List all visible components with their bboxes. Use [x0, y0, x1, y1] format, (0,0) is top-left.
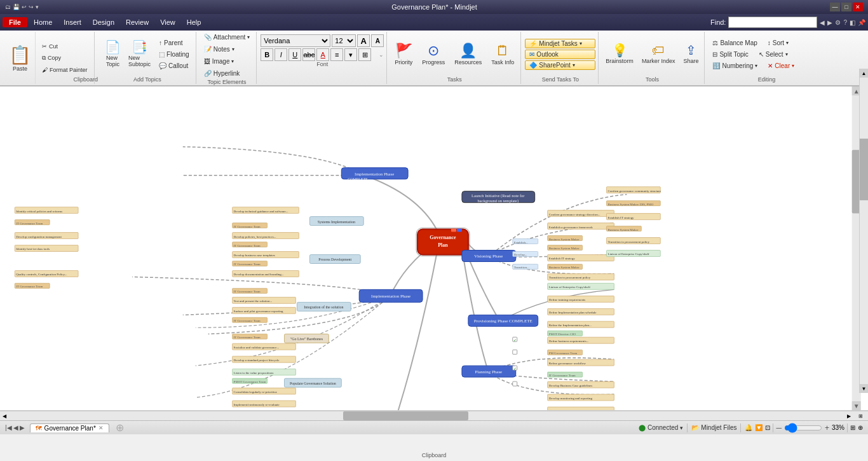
- format-painter-button[interactable]: 🖌Format Painter: [38, 65, 92, 75]
- home-menu[interactable]: Home: [29, 17, 57, 27]
- hscroll-corner[interactable]: ⊞: [853, 413, 868, 419]
- align-button[interactable]: ≡: [330, 48, 343, 61]
- find-icon-left[interactable]: ◀: [820, 19, 825, 26]
- tab-nav-first[interactable]: |◀: [5, 424, 12, 431]
- outlook-button[interactable]: ✉ Outlook: [525, 50, 595, 59]
- tab-close-button[interactable]: ✕: [98, 425, 104, 431]
- new-topic-button[interactable]: 📄 NewTopic: [102, 39, 124, 69]
- minimize-button[interactable]: —: [830, 3, 840, 11]
- add-tab-button[interactable]: ⊕: [116, 422, 124, 434]
- help-menu[interactable]: Help: [182, 17, 207, 27]
- zoom-fit-button[interactable]: ⊞: [850, 424, 855, 431]
- zoom-slider[interactable]: [784, 425, 822, 431]
- hscroll-right-button[interactable]: ▶: [844, 413, 853, 419]
- italic-button[interactable]: I: [275, 48, 287, 61]
- find-help[interactable]: ?: [843, 19, 847, 26]
- sort-button[interactable]: ↕Sort▾: [764, 38, 792, 48]
- quick-access-redo[interactable]: ↪: [29, 4, 34, 10]
- font-color-button[interactable]: A: [316, 48, 329, 61]
- insert-menu[interactable]: Insert: [58, 17, 86, 27]
- tab-governance-plan[interactable]: 🗺 Governance Plan* ✕: [30, 423, 109, 432]
- file-menu[interactable]: File: [3, 17, 27, 27]
- tab-nav-prev[interactable]: ◀: [13, 424, 18, 431]
- underline-button[interactable]: U: [288, 48, 301, 61]
- parent-button[interactable]: ↑Parent: [155, 38, 193, 48]
- resources-button[interactable]: 👤 Resources: [451, 41, 485, 67]
- quick-access-undo[interactable]: ↩: [22, 4, 27, 10]
- callout-button[interactable]: 💬Callout: [155, 60, 193, 71]
- font-shrink-button[interactable]: A: [371, 34, 384, 47]
- find-options[interactable]: ⚙: [835, 19, 841, 26]
- share-button[interactable]: ⇪ Share: [680, 42, 702, 66]
- tab-nav-next[interactable]: ▶: [20, 424, 25, 431]
- design-menu[interactable]: Design: [88, 17, 119, 27]
- floating-button[interactable]: ⬚Floating: [155, 49, 193, 60]
- sharepoint-button[interactable]: 🔷 SharePoint ▾: [525, 60, 595, 70]
- connection-dropdown[interactable]: ▾: [680, 425, 683, 431]
- notes-button[interactable]: 📝Notes▾: [200, 44, 254, 55]
- hscroll-thumb[interactable]: [343, 411, 468, 420]
- balance-map-button[interactable]: ⚖Balance Map: [709, 38, 761, 48]
- priority-button[interactable]: 🚩 Priority: [391, 41, 416, 67]
- brainstorm-button[interactable]: 💡 Brainstorm: [602, 42, 637, 66]
- find-input[interactable]: [728, 17, 817, 28]
- window-controls: — □ ✕: [830, 3, 863, 11]
- zoom-in-button[interactable]: +: [825, 423, 829, 432]
- view-menu[interactable]: View: [155, 17, 180, 27]
- zoom-out-button[interactable]: ─: [776, 423, 782, 432]
- paste-icon: 📋: [9, 45, 31, 65]
- new-subtopic-button[interactable]: 📑 NewSubtopic: [125, 39, 154, 69]
- paste-button[interactable]: 📋 Paste: [5, 32, 36, 84]
- parent-icon: ↑: [159, 39, 162, 46]
- vertical-scrollbar[interactable]: ▲ ▼: [859, 69, 868, 393]
- mindmap-svg: Governance Plan Implementation Phase Pla…: [0, 86, 868, 410]
- svg-text:Test and present the solution.: Test and present the solution...: [234, 299, 273, 303]
- find-icon-right[interactable]: ▶: [827, 19, 832, 26]
- split-topic-button[interactable]: ⊟Split Topic: [709, 49, 752, 60]
- close-button[interactable]: ✕: [853, 3, 863, 11]
- svg-text:Establish a governance framewo: Establish a governance framework: [549, 226, 593, 229]
- window-title: Governance Plan* - Mindjet: [39, 3, 830, 11]
- marker-index-button[interactable]: 🏷 Marker Index: [639, 42, 679, 66]
- select-button[interactable]: ↖Select▾: [755, 49, 792, 60]
- find-resize[interactable]: ◧: [850, 19, 855, 26]
- clear-button[interactable]: ✕Clear▾: [764, 60, 798, 71]
- image-button[interactable]: 🖼Image▾: [200, 56, 254, 67]
- scroll-track[interactable]: [860, 78, 868, 384]
- align-dropdown[interactable]: ▾: [344, 48, 357, 61]
- review-menu[interactable]: Review: [121, 17, 154, 27]
- mindjet-tasks-button[interactable]: ⚡ Mindjet Tasks ▾: [525, 39, 595, 48]
- numbering-icon: 🔢: [712, 62, 720, 69]
- font-label: Font: [261, 61, 384, 69]
- font-expand-icon[interactable]: ⌄: [379, 52, 384, 58]
- canvas-area[interactable]: Governance Plan Implementation Phase Pla…: [0, 86, 868, 411]
- attachment-button[interactable]: 📎Attachment▾: [200, 32, 254, 43]
- font-size-select[interactable]: 12: [332, 34, 356, 47]
- task-info-button[interactable]: 🗒 Task Info: [487, 41, 518, 67]
- cut-button[interactable]: ✂Cut: [38, 41, 92, 52]
- maximize-button[interactable]: □: [841, 3, 851, 11]
- hscroll-left-button[interactable]: ◀: [0, 413, 9, 419]
- scroll-thumb[interactable]: [860, 139, 868, 200]
- quick-access-save[interactable]: 💾: [13, 4, 20, 10]
- bold-button[interactable]: B: [261, 48, 273, 61]
- svg-text:Implementation Phase: Implementation Phase: [355, 172, 394, 177]
- svg-text:Establish IT strategy: Establish IT strategy: [607, 216, 634, 219]
- zoom-add-button[interactable]: ⊕: [858, 424, 863, 431]
- hscroll-track[interactable]: [9, 411, 844, 420]
- hyperlink-button[interactable]: 🔗Hyperlink: [200, 68, 254, 79]
- clipboard-label: Clipboard: [3, 452, 865, 458]
- mindjet-files-button[interactable]: 📂 Mindjet Files: [691, 424, 736, 431]
- strikethrough-button[interactable]: abc: [302, 48, 315, 61]
- progress-button[interactable]: ⊙ Progress: [418, 41, 449, 67]
- numbering-button[interactable]: 🔢Numbering▾: [709, 60, 761, 71]
- title-bar-left-icons: 🗂 💾 ↩ ↪ ▾: [5, 4, 39, 10]
- font-grow-button[interactable]: A: [357, 34, 370, 47]
- scroll-down-button[interactable]: ▼: [860, 384, 868, 393]
- font-family-select[interactable]: Verdana: [261, 34, 330, 47]
- scroll-up-button[interactable]: ▲: [860, 69, 868, 78]
- find-pin[interactable]: 📌: [858, 19, 865, 26]
- horizontal-scrollbar[interactable]: ◀ ▶ ⊞: [0, 411, 868, 420]
- copy-button[interactable]: ⧉Copy: [38, 53, 92, 64]
- format-btn[interactable]: ⊞: [358, 48, 371, 61]
